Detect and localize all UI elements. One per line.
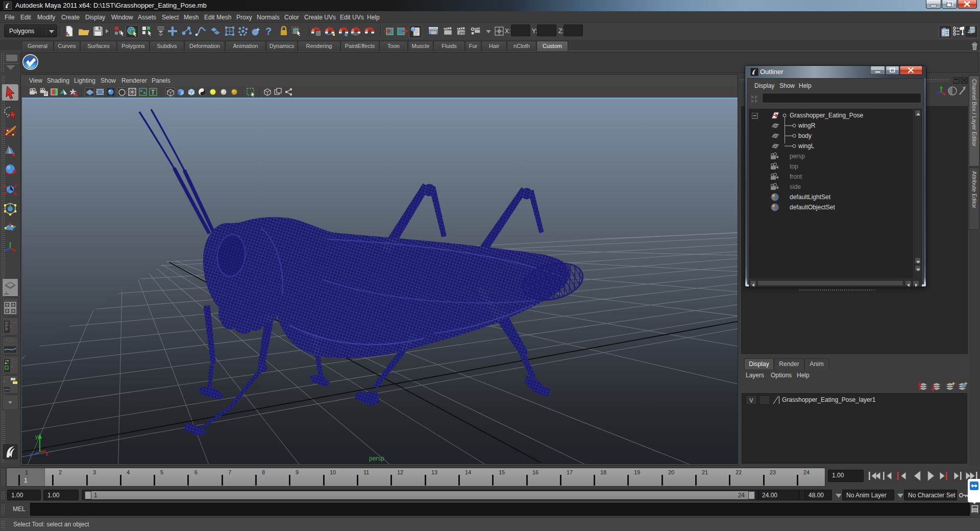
svg-text:x: x [45,451,48,457]
svg-text:IPR: IPR [459,31,465,35]
svg-text:z: z [29,451,32,457]
svg-text:?: ? [265,26,272,37]
svg-text:persp: persp [369,455,384,462]
svg-text:T: T [151,89,155,96]
svg-text:y: y [35,433,38,440]
